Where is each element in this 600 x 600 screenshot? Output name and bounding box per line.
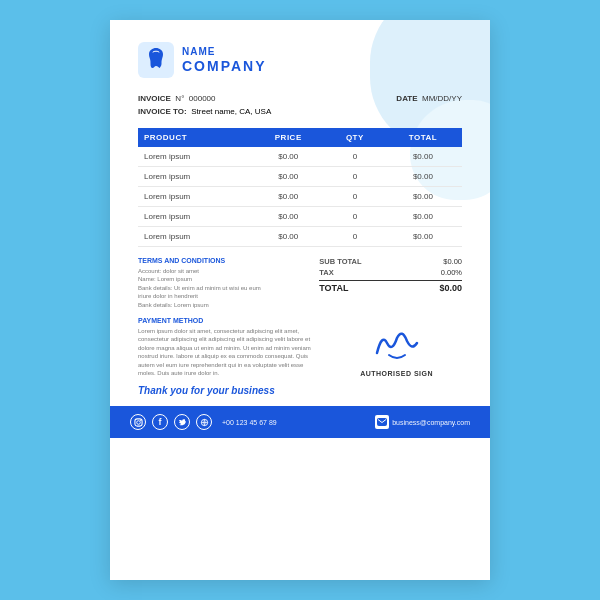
table-cell: Lorem ipsum xyxy=(138,207,251,227)
terms-text: Account: dolor sit ametName: Lorem ipsum… xyxy=(138,267,309,309)
table-row: Lorem ipsum$0.000$0.00 xyxy=(138,187,462,207)
invoice-number: 000000 xyxy=(189,94,216,103)
table-cell: 0 xyxy=(326,147,384,167)
tax-value: 0.00% xyxy=(441,268,462,277)
invoice-to-address: Street name, CA, USA xyxy=(191,107,271,116)
signature-block: AUTHORISED SIGN xyxy=(331,317,462,377)
svg-point-3 xyxy=(140,420,141,421)
svg-point-2 xyxy=(136,420,140,424)
invoice-to-label: INVOICE TO: xyxy=(138,107,187,116)
facebook-icon: f xyxy=(152,414,168,430)
col-total: TOTAL xyxy=(384,128,462,147)
footer-email: business@company.com xyxy=(392,419,470,426)
table-cell: $0.00 xyxy=(251,227,326,247)
col-price: PRICE xyxy=(251,128,326,147)
email-icon xyxy=(375,415,389,429)
thank-you-text: Thank you for your business xyxy=(138,385,462,396)
subtotal-label: SUB TOTAL xyxy=(319,257,361,266)
invoice-footer: f +00 123 45 67 89 xyxy=(110,406,490,438)
footer-email-block: business@company.com xyxy=(375,415,470,429)
terms-title: TERMS AND CONDITIONS xyxy=(138,257,309,264)
table-cell: $0.00 xyxy=(251,167,326,187)
globe-icon xyxy=(196,414,212,430)
invoice-info-row: INVOICE N° 000000 DATE MM/DD/YY xyxy=(138,94,462,103)
payment-title: PAYMENT METHOD xyxy=(138,317,321,324)
table-cell: Lorem ipsum xyxy=(138,147,251,167)
payment-text: Lorem ipsum dolor sit amet, consectetur … xyxy=(138,327,321,377)
payment-sig-section: PAYMENT METHOD Lorem ipsum dolor sit ame… xyxy=(138,317,462,377)
invoice-to-row: INVOICE TO: Street name, CA, USA xyxy=(138,107,462,116)
col-qty: QTY xyxy=(326,128,384,147)
table-cell: 0 xyxy=(326,167,384,187)
date-label: DATE xyxy=(396,94,417,103)
terms-block: TERMS AND CONDITIONS Account: dolor sit … xyxy=(138,257,309,309)
total-label: TOTAL xyxy=(319,283,348,293)
table-cell: $0.00 xyxy=(384,187,462,207)
table-cell: $0.00 xyxy=(384,207,462,227)
instagram-icon xyxy=(130,414,146,430)
table-row: Lorem ipsum$0.000$0.00 xyxy=(138,167,462,187)
footer-phone: +00 123 45 67 89 xyxy=(222,419,277,426)
total-value: $0.00 xyxy=(439,283,462,293)
terms-totals-section: TERMS AND CONDITIONS Account: dolor sit … xyxy=(138,257,462,309)
table-body: Lorem ipsum$0.000$0.00Lorem ipsum$0.000$… xyxy=(138,147,462,247)
invoice-document: NAME COMPANY INVOICE N° 000000 DATE MM/D… xyxy=(110,20,490,580)
invoice-date-block: DATE MM/DD/YY xyxy=(396,94,462,103)
svg-rect-1 xyxy=(134,419,141,426)
table-header: PRODUCT PRICE QTY TOTAL xyxy=(138,128,462,147)
invoice-label: INVOICE xyxy=(138,94,171,103)
table-cell: Lorem ipsum xyxy=(138,187,251,207)
table-cell: 0 xyxy=(326,207,384,227)
subtotal-row: SUB TOTAL $0.00 xyxy=(319,257,462,266)
col-product: PRODUCT xyxy=(138,128,251,147)
footer-social-icons: f +00 123 45 67 89 xyxy=(130,414,277,430)
table-row: Lorem ipsum$0.000$0.00 xyxy=(138,207,462,227)
invoice-n-label: N° xyxy=(175,94,184,103)
payment-block: PAYMENT METHOD Lorem ipsum dolor sit ame… xyxy=(138,317,321,377)
total-final-row: TOTAL $0.00 xyxy=(319,280,462,293)
invoice-number-block: INVOICE N° 000000 xyxy=(138,94,216,103)
table-cell: 0 xyxy=(326,187,384,207)
subtotal-value: $0.00 xyxy=(443,257,462,266)
tax-label: TAX xyxy=(319,268,333,277)
company-name-top: NAME xyxy=(182,46,267,58)
table-cell: Lorem ipsum xyxy=(138,227,251,247)
table-cell: $0.00 xyxy=(251,207,326,227)
invoice-header: NAME COMPANY xyxy=(138,42,462,78)
table-cell: $0.00 xyxy=(384,167,462,187)
tax-row: TAX 0.00% xyxy=(319,268,462,277)
totals-block: SUB TOTAL $0.00 TAX 0.00% TOTAL $0.00 xyxy=(319,257,462,309)
table-cell: $0.00 xyxy=(251,187,326,207)
table-row: Lorem ipsum$0.000$0.00 xyxy=(138,227,462,247)
table-cell: Lorem ipsum xyxy=(138,167,251,187)
tooth-icon xyxy=(138,42,174,78)
invoice-table: PRODUCT PRICE QTY TOTAL Lorem ipsum$0.00… xyxy=(138,128,462,247)
company-name-block: NAME COMPANY xyxy=(182,46,267,75)
invoice-date: MM/DD/YY xyxy=(422,94,462,103)
table-cell: $0.00 xyxy=(251,147,326,167)
table-cell: 0 xyxy=(326,227,384,247)
twitter-icon xyxy=(174,414,190,430)
signature-image xyxy=(367,323,427,368)
auth-sign-label: AUTHORISED SIGN xyxy=(360,370,433,377)
table-cell: $0.00 xyxy=(384,147,462,167)
table-cell: $0.00 xyxy=(384,227,462,247)
table-row: Lorem ipsum$0.000$0.00 xyxy=(138,147,462,167)
company-name-bottom: COMPANY xyxy=(182,58,267,75)
